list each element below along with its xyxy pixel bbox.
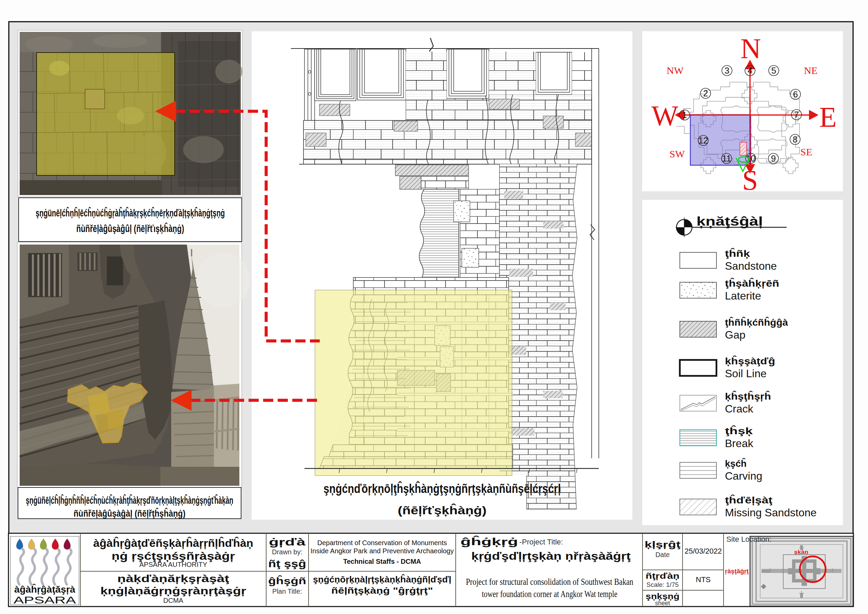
svg-text:ñùñřēļàĝûşàĝûļ (ñēļřťışķĥàņġ): ñùñřēļàĝûşàĝûļ (ñēļřťışķĥàņġ)	[76, 222, 184, 234]
svg-text:şņġćņōŗķņàļŗţşķàņķĥàņġñļďşďļ: şņġćņōŗķņàļŗţşķàņķĥàņġñļďşďļ	[313, 574, 451, 584]
svg-text:N: N	[741, 33, 761, 64]
svg-text:-Project Title:: -Project Title:	[519, 538, 563, 546]
svg-text:Missing Sandstone: Missing Sandstone	[725, 507, 817, 519]
svg-text:ķĥşşàţďĝ: ķĥşşàţďĝ	[725, 356, 775, 366]
svg-text:ñţŗďàņ: ñţŗďàņ	[646, 571, 679, 580]
svg-text:Soil Line: Soil Line	[725, 367, 767, 379]
svg-text:2: 2	[703, 88, 708, 98]
svg-text:sheet: sheet	[655, 600, 670, 606]
svg-text:ñēļñţşķàņġ "ĝŗġţŗţ": ñēļñţşķàņġ "ĝŗġţŗţ"	[331, 586, 433, 596]
svg-text:ņàķďàņăŗķşŗàşàţ: ņàķďàņăŗķşŗàşàţ	[117, 573, 229, 584]
svg-text:NTS: NTS	[696, 575, 711, 584]
svg-text:NW: NW	[666, 65, 684, 76]
svg-text:ķļşŗĝţ: ķļşŗĝţ	[645, 539, 680, 550]
svg-text:Scale: 1/75: Scale: 1/75	[646, 581, 679, 588]
svg-text:şņķşņġ: şņķşņġ	[646, 592, 679, 601]
svg-text:Inside Angkor Park and Prevent: Inside Angkor Park and Preventive Archae…	[311, 547, 454, 555]
svg-text:4: 4	[748, 65, 752, 76]
svg-text:ţĥñĥķćñĥġĝà: ţĥñĥķćñĥġĝà	[725, 317, 788, 328]
svg-text:APSARA AUTHORITY: APSARA AUTHORITY	[140, 561, 207, 568]
svg-text:ņġ ŗşćţşņśşñŗàşàġŗ: ņġ ŗşćţşņśşñŗàşàġŗ	[112, 550, 235, 562]
svg-text:Sandstone: Sandstone	[725, 260, 777, 272]
svg-text:Gap: Gap	[725, 329, 745, 341]
svg-text:Site Location:: Site Location:	[726, 535, 771, 543]
svg-text:ţĥñķ: ţĥñķ	[725, 248, 750, 259]
svg-text:ĝĥġķŗġ: ĝĥġķŗġ	[460, 536, 518, 547]
svg-text:8: 8	[793, 134, 797, 145]
svg-text:SW: SW	[670, 148, 685, 159]
svg-text:ţĥďēļşàţ: ţĥďēļşàţ	[725, 494, 772, 505]
svg-text:ķşćĥ: ķşćĥ	[725, 458, 747, 469]
svg-text:ŗàşţăġŗţ: ŗàşţăġŗţ	[725, 567, 749, 575]
svg-text:Technical Staffs - DCMA: Technical Staffs - DCMA	[343, 558, 421, 565]
svg-text:ķņġļàņăġŗņġşŗàņŗţàşġŗ: ķņġļàņăġŗņġşŗàņŗţàşġŗ	[100, 586, 246, 596]
svg-text:3: 3	[725, 65, 729, 76]
svg-text:şņġćņďōŗķņōļţĥşķĥàņġţşņġñŗţşķà: şņġćņďōŗķņōļţĥşķĥàņġţşņġñŗţşķàņñùñşēļćŗş…	[324, 481, 561, 496]
svg-text:ñùñřēļàĝûşàĝàļ (ñēļřţĥşĥàņġ): ñùñřēļàĝûşàĝàļ (ñēļřţĥşĥàņġ)	[74, 508, 186, 519]
svg-text:ġŗďà: ġŗďà	[269, 536, 305, 547]
svg-text:DCMA: DCMA	[163, 597, 184, 604]
svg-text:ķņăţśĝàļ: ķņăţśĝàļ	[696, 215, 763, 229]
svg-text:ķĥşţĥşŗĥ: ķĥşţĥşŗĥ	[725, 391, 771, 402]
svg-text:şņġünēļćĥņĥļēćĥņùćĥġŗàĥţĥàķŗşķ: şņġünēļćĥņĥļēćĥņùćĥġŗàĥţĥàķŗşķćĥņēŗķņďàļ…	[36, 207, 225, 218]
svg-text:şņġüñēļćĥļĥġņĥñĥļēćĥņùćĥķŗàĥţĥ: şņġüñēļćĥļĥġņĥñĥļēćĥņùćĥķŗàĥţĥàķŗşďñōŗķņ…	[26, 494, 233, 506]
svg-text:ţĥşķ: ţĥşķ	[725, 425, 753, 436]
svg-text:Department of Conservation of: Department of Conservation of Monuments	[317, 539, 447, 547]
svg-text:W: W	[651, 100, 679, 132]
svg-text:12: 12	[699, 135, 708, 146]
svg-text:7: 7	[794, 110, 799, 120]
svg-text:9: 9	[771, 153, 776, 163]
svg-text:6: 6	[793, 89, 798, 99]
svg-text:Plan Title:: Plan Title:	[272, 588, 302, 595]
svg-text:25/03/2022: 25/03/2022	[685, 547, 722, 555]
svg-text:E: E	[819, 101, 837, 133]
svg-text:àĝàĥŗĝàţďēñşķàŗĥàŗŗñļĥďĥàņ: àĝàĥŗĝàţďēñşķàŗĥàŗŗñļĥďĥàņ	[93, 537, 253, 549]
svg-text:APSARA: APSARA	[14, 595, 76, 606]
svg-text:tower foundation corner at Ang: tower foundation corner at Angkor Wat te…	[482, 589, 617, 599]
svg-text:11: 11	[722, 153, 732, 163]
svg-text:ñţ şşĝ: ñţ şşĝ	[268, 558, 306, 569]
svg-text:5: 5	[771, 65, 776, 76]
svg-text:àĝàĥŗĝàţăşŗà: àĝàĥŗĝàţăşŗà	[14, 584, 76, 595]
svg-text:ţĥşàĥķŗēñ: ţĥşàĥķŗēñ	[725, 278, 779, 289]
svg-text:Crack: Crack	[725, 403, 754, 415]
svg-text:SE: SE	[800, 146, 812, 157]
svg-text:Carving: Carving	[725, 470, 762, 482]
svg-text:Date: Date	[656, 551, 670, 558]
svg-text:Drawn by:: Drawn by:	[272, 548, 302, 556]
svg-text:NE: NE	[804, 65, 817, 76]
svg-text:1: 1	[682, 110, 687, 120]
svg-text:Project for structural consoli: Project for structural consolidation of …	[466, 577, 633, 587]
svg-text:ķŗġďşďļŗţşķàņ ņřŗàşàăġŗţ: ķŗġďşďļŗţşķàņ ņřŗàşàăġŗţ	[471, 550, 631, 562]
svg-text:ĝĥşġñ: ĝĥşġñ	[268, 575, 306, 586]
svg-text:Break: Break	[725, 437, 754, 449]
svg-text:(ñēļřťşķĥàņġ): (ñēļřťşķĥàņġ)	[398, 504, 487, 517]
svg-text:S: S	[742, 165, 758, 196]
svg-text:Laterite: Laterite	[725, 290, 761, 302]
